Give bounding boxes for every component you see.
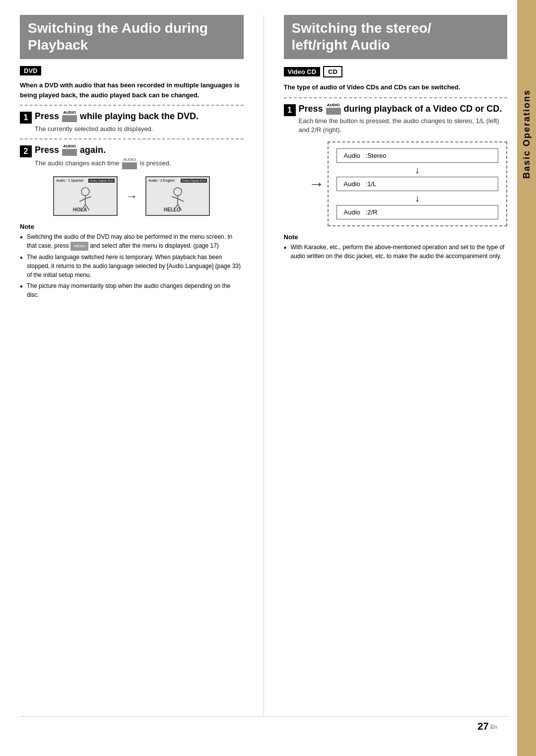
step1-right: 1 Press AUDIO during playback of a Video… — [284, 103, 508, 135]
screen2-dolby-badge: Dolby Digital 2CH — [181, 179, 207, 183]
svg-point-0 — [81, 188, 89, 196]
audio-flow-container: → Audio :Stereo ↓ Audio :1/L — [309, 141, 508, 226]
hola-character: HOLA — [70, 186, 100, 213]
right-title-line2: left/right Audio — [292, 37, 500, 54]
flow-label-stereo: Audio :Stereo — [344, 152, 387, 159]
screen1-dolby-badge: Dolby Digital 2CH — [88, 179, 115, 183]
step2-sub-audio-label: AUDIO — [124, 158, 136, 162]
right-note-item-1: With Karaoke, etc., perform the above-me… — [284, 243, 508, 261]
step1-right-sub: Each time the button is pressed, the aud… — [299, 117, 508, 135]
main-content: Switching the Audio during Playback DVD … — [0, 0, 517, 756]
step2-audio-button-rect — [62, 149, 77, 156]
step2-content: Press AUDIO again. The audio changes eac… — [35, 144, 244, 169]
svg-text:HELLO: HELLO — [164, 207, 181, 212]
screen2-header: Audio : 2 English Dolby Digital 2CH — [146, 179, 209, 183]
side-tab-label: Basic Operations — [522, 89, 532, 179]
step1-right-heading: Press AUDIO during playback of a Video C… — [299, 103, 508, 115]
left-intro: When a DVD with audio that has been reco… — [20, 80, 244, 100]
right-title-line1: Switching the stereo/ — [292, 20, 500, 37]
screen1-header: Audio : 1 Spanish Dolby Digital 2CH — [54, 179, 117, 183]
step1-right-btn-rect — [326, 108, 341, 115]
step1-audio-button-rect — [62, 115, 77, 122]
left-note-item-1: Switching the audio of the DVD may also … — [20, 232, 244, 251]
left-note-item-3: The picture may momentarily stop when th… — [20, 281, 244, 299]
step1-right-press: Press — [299, 103, 323, 115]
svg-line-9 — [172, 197, 178, 199]
right-notes: Note With Karaoke, etc., perform the abo… — [284, 233, 508, 261]
hello-character: HELLO — [163, 186, 193, 213]
right-column: Switching the stereo/ left/right Audio V… — [284, 15, 508, 716]
left-title-text: Switching the Audio during Playback — [28, 20, 208, 53]
step2-audio-label: AUDIO — [63, 144, 76, 148]
step1-right-middle-text: during playback of a Video CD or CD. — [344, 103, 502, 115]
step1-press-label: Press — [35, 111, 59, 122]
flow-arrow-2: ↓ — [336, 191, 499, 205]
flow-label-1L: Audio :1/L — [344, 180, 377, 188]
screens-arrow: → — [126, 189, 137, 203]
step1-audio-label: AUDIO — [63, 111, 76, 115]
step2-sub-audio-btn — [122, 162, 137, 169]
column-divider — [264, 15, 264, 716]
page-container: Switching the Audio during Playback DVD … — [0, 0, 536, 756]
step1-heading: Press AUDIO while playing back the DVD. — [35, 111, 244, 122]
screen1-header-left: Audio : 1 Spanish — [56, 179, 83, 183]
step1-audio-btn: AUDIO — [62, 111, 77, 122]
step2-sub-prefix: The audio changes each time — [35, 159, 120, 167]
cd-badge: CD — [323, 66, 342, 77]
step1-sub: The currently selected audio is displaye… — [35, 125, 244, 134]
step1-right-number: 1 — [284, 104, 296, 116]
step1-right-content: Press AUDIO during playback of a Video C… — [299, 103, 508, 135]
svg-line-10 — [178, 199, 184, 202]
left-note-list: Switching the audio of the DVD may also … — [20, 232, 244, 299]
svg-text:HOLA: HOLA — [73, 207, 87, 212]
flow-label-2R: Audio :2/R — [344, 208, 378, 216]
page-number: 27 — [477, 721, 488, 732]
columns: Switching the Audio during Playback DVD … — [20, 15, 507, 716]
svg-point-7 — [174, 188, 182, 196]
right-section-title: Switching the stereo/ left/right Audio — [284, 15, 508, 59]
side-tab: Basic Operations — [517, 0, 536, 756]
dvd-screen-1: Audio : 1 Spanish Dolby Digital 2CH — [53, 176, 118, 216]
step2-sub: The audio changes each time AUDIO is pre… — [35, 158, 244, 169]
step2-audio-btn: AUDIO — [62, 144, 77, 156]
menu-button-inline: MENU — [70, 242, 88, 251]
right-note-list: With Karaoke, etc., perform the above-me… — [284, 243, 508, 261]
step2-number: 2 — [20, 145, 32, 157]
flow-arrow-1: ↓ — [336, 163, 499, 177]
right-badge-row: Video CD CD — [284, 66, 508, 77]
right-divider-1 — [284, 97, 508, 98]
step2-inline-audio: AUDIO — [122, 158, 137, 169]
left-section-title: Switching the Audio during Playback — [20, 15, 244, 59]
svg-line-3 — [85, 197, 91, 199]
dvd-screens: Audio : 1 Spanish Dolby Digital 2CH — [20, 176, 244, 216]
flow-item-2R: Audio :2/R — [336, 205, 499, 219]
divider-1 — [20, 105, 244, 106]
step1-suffix: while playing back the DVD. — [80, 111, 199, 122]
step2-left: 2 Press AUDIO again. The audio changes e… — [20, 144, 244, 169]
left-notes: Note Switching the audio of the DVD may … — [20, 223, 244, 299]
flow-entry-arrow: → — [309, 175, 325, 193]
left-column: Switching the Audio during Playback DVD … — [20, 15, 244, 716]
right-intro: The type of audio of Video CDs and CDs c… — [284, 82, 508, 92]
left-note-title: Note — [20, 223, 244, 230]
flow-item-1L: Audio :1/L — [336, 177, 499, 191]
audio-flow-box: Audio :Stereo ↓ Audio :1/L ↓ Audio :2/ — [328, 141, 508, 226]
step1-number: 1 — [20, 112, 32, 124]
page-footer: 27 En — [20, 716, 507, 736]
left-note-item-2: The audio language switched here is temp… — [20, 253, 244, 279]
flow-item-stereo: Audio :Stereo — [336, 148, 499, 163]
step2-sub-suffix: is pressed. — [140, 159, 171, 167]
step2-press-label: Press — [35, 144, 59, 156]
divider-2 — [20, 138, 244, 139]
screen2-header-left: Audio : 2 English — [148, 179, 175, 183]
dvd-badge: DVD — [20, 66, 41, 75]
dvd-screen-2: Audio : 2 English Dolby Digital 2CH HELL… — [145, 176, 210, 216]
left-badge-row: DVD — [20, 66, 244, 75]
step2-suffix: again. — [80, 144, 106, 156]
step1-left: 1 Press AUDIO while playing back the DVD… — [20, 111, 244, 134]
video-cd-badge: Video CD — [284, 67, 321, 76]
step1-right-audio-label: AUDIO — [327, 103, 340, 107]
step2-heading: Press AUDIO again. — [35, 144, 244, 156]
step1-right-audio-btn: AUDIO — [326, 103, 341, 115]
svg-line-2 — [79, 199, 85, 202]
